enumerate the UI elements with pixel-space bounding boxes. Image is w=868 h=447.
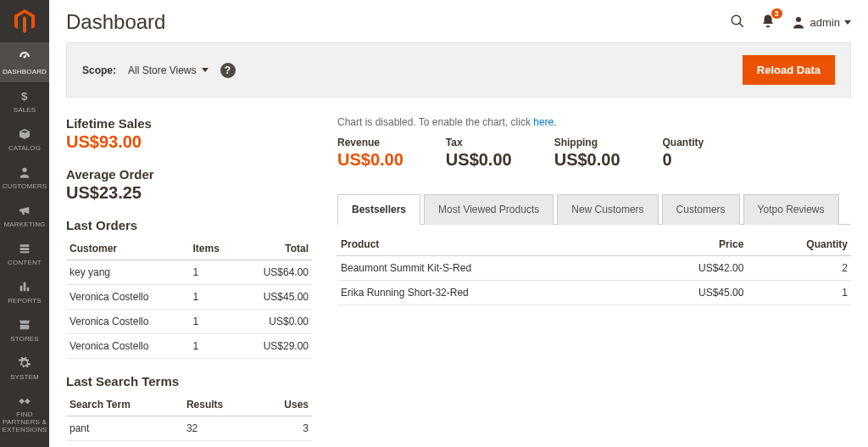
tab-new-customers[interactable]: New Customers — [557, 194, 658, 225]
user-menu[interactable]: admin — [791, 14, 851, 30]
sidebar-item-label: CATALOG — [2, 144, 47, 152]
lifetime-sales-label: Lifetime Sales — [66, 116, 312, 131]
sidebar-item-label: STORES — [2, 335, 47, 343]
table-row[interactable]: Veronica Costello 1 US$0.00 — [66, 310, 312, 334]
top-bar: Dashboard 3 admin — [66, 10, 851, 34]
col-items: Items — [189, 237, 236, 260]
col-search-term: Search Term — [66, 394, 183, 416]
notification-badge: 3 — [771, 8, 782, 19]
tab-customers[interactable]: Customers — [662, 194, 740, 225]
sidebar-item-reports[interactable]: REPORTS — [0, 273, 49, 311]
box-icon — [18, 127, 31, 141]
sidebar-item-label: DASHBOARD — [2, 68, 47, 75]
table-row[interactable]: Erika Running Short-32-Red US$45.00 1 — [337, 281, 851, 305]
dashboard-tabs: Bestsellers Most Viewed Products New Cus… — [337, 193, 851, 225]
svg-point-4 — [796, 17, 801, 22]
bar-chart-icon — [18, 280, 31, 293]
table-row[interactable]: Veronica Costello 1 US$29.00 — [66, 334, 312, 359]
dollar-icon: $ — [18, 89, 31, 103]
page-title: Dashboard — [66, 10, 165, 34]
sidebar-item-label: SALES — [2, 106, 47, 114]
scope-select[interactable]: All Store Views — [128, 64, 208, 76]
tab-bestsellers[interactable]: Bestsellers — [337, 194, 420, 225]
sidebar-item-content[interactable]: CONTENT — [0, 235, 49, 273]
last-search-table: Search Term Results Uses pant 32 3 shirt… — [66, 394, 312, 447]
dashboard-right-column: Chart is disabled. To enable the chart, … — [337, 116, 851, 447]
last-search-title: Last Search Terms — [66, 374, 312, 388]
sidebar-item-label: REPORTS — [2, 297, 47, 305]
enable-chart-link[interactable]: here — [533, 116, 554, 128]
sidebar-item-dashboard[interactable]: DASHBOARD — [0, 42, 49, 82]
summary-tax: Tax US$0.00 — [446, 137, 512, 170]
summary-shipping: Shipping US$0.00 — [554, 137, 620, 170]
sidebar: DASHBOARD $ SALES CATALOG CUSTOMERS MARK… — [0, 0, 49, 447]
sidebar-item-system[interactable]: SYSTEM — [0, 349, 49, 388]
magento-logo-icon — [14, 9, 35, 33]
sidebar-item-catalog[interactable]: CATALOG — [0, 120, 49, 159]
notifications-button[interactable]: 3 — [760, 14, 776, 31]
question-icon: ? — [225, 64, 231, 76]
store-icon — [18, 318, 31, 332]
sidebar-item-label: SYSTEM — [2, 373, 47, 381]
svg-text:$: $ — [21, 90, 28, 103]
table-row[interactable]: Beaumont Summit Kit-S-Red US$42.00 2 — [337, 256, 851, 281]
lifetime-sales-value: US$93.00 — [66, 132, 312, 152]
svg-line-3 — [739, 23, 743, 27]
reload-data-button[interactable]: Reload Data — [743, 55, 835, 85]
table-row[interactable]: pant 32 3 — [66, 416, 312, 441]
dashboard-left-column: Lifetime Sales US$93.00 Average Order US… — [66, 116, 312, 447]
summary-tiles: Revenue US$0.00 Tax US$0.00 Shipping US$… — [337, 137, 851, 170]
scope-selected-value: All Store Views — [128, 64, 196, 76]
sidebar-item-partners[interactable]: FIND PARTNERS & EXTENSIONS — [0, 388, 49, 440]
summary-revenue: Revenue US$0.00 — [337, 137, 403, 170]
user-label: admin — [810, 16, 840, 29]
search-button[interactable] — [730, 14, 745, 31]
top-utilities: 3 admin — [730, 14, 851, 31]
chart-disabled-notice: Chart is disabled. To enable the chart, … — [337, 116, 851, 128]
user-icon — [791, 14, 806, 30]
col-customer: Customer — [66, 237, 189, 260]
megaphone-icon — [18, 204, 31, 217]
sidebar-item-marketing[interactable]: MARKETING — [0, 197, 49, 235]
svg-point-1 — [22, 168, 26, 172]
chevron-down-icon — [202, 68, 209, 72]
col-total: Total — [237, 237, 312, 260]
col-uses: Uses — [259, 394, 312, 416]
col-product: Product — [337, 233, 635, 256]
bestsellers-panel: Product Price Quantity Beaumont Summit K… — [337, 225, 851, 305]
chevron-down-icon — [844, 20, 851, 25]
tab-yotpo-reviews[interactable]: Yotpo Reviews — [743, 194, 839, 225]
last-orders-title: Last Orders — [66, 218, 312, 232]
sidebar-item-label: CUSTOMERS — [2, 182, 47, 190]
col-price: Price — [635, 233, 748, 256]
summary-quantity: Quantity 0 — [663, 137, 704, 170]
sidebar-item-label: CONTENT — [2, 259, 47, 266]
table-row[interactable]: key yang 1 US$64.00 — [66, 260, 312, 285]
tab-most-viewed[interactable]: Most Viewed Products — [424, 194, 554, 225]
svg-point-2 — [732, 15, 741, 25]
scope-label: Scope: — [82, 64, 116, 76]
sidebar-item-sales[interactable]: $ SALES — [0, 82, 49, 120]
average-order-label: Average Order — [66, 167, 312, 182]
magento-logo[interactable] — [0, 0, 49, 42]
gear-icon — [18, 356, 31, 370]
sidebar-item-stores[interactable]: STORES — [0, 311, 49, 349]
table-row[interactable]: shirt 5 5 — [66, 441, 312, 448]
sidebar-item-label: MARKETING — [2, 221, 47, 228]
last-orders-table: Customer Items Total key yang 1 US$64.00… — [66, 237, 312, 359]
person-icon — [18, 165, 31, 179]
sidebar-item-customers[interactable]: CUSTOMERS — [0, 159, 49, 197]
layers-icon — [18, 242, 31, 255]
scope-help-button[interactable]: ? — [220, 63, 236, 78]
handshake-icon — [18, 394, 31, 408]
col-results: Results — [183, 394, 259, 416]
col-quantity: Quantity — [747, 233, 851, 256]
gauge-icon — [17, 49, 32, 64]
sidebar-item-label: FIND PARTNERS & EXTENSIONS — [2, 411, 47, 433]
search-icon — [730, 14, 745, 29]
main-content: Dashboard 3 admin Scope: All Store Views… — [49, 0, 868, 447]
average-order-value: US$23.25 — [66, 183, 312, 203]
table-row[interactable]: Veronica Costello 1 US$45.00 — [66, 285, 312, 310]
bestsellers-table: Product Price Quantity Beaumont Summit K… — [337, 233, 851, 305]
scope-bar: Scope: All Store Views ? Reload Data — [66, 42, 851, 98]
